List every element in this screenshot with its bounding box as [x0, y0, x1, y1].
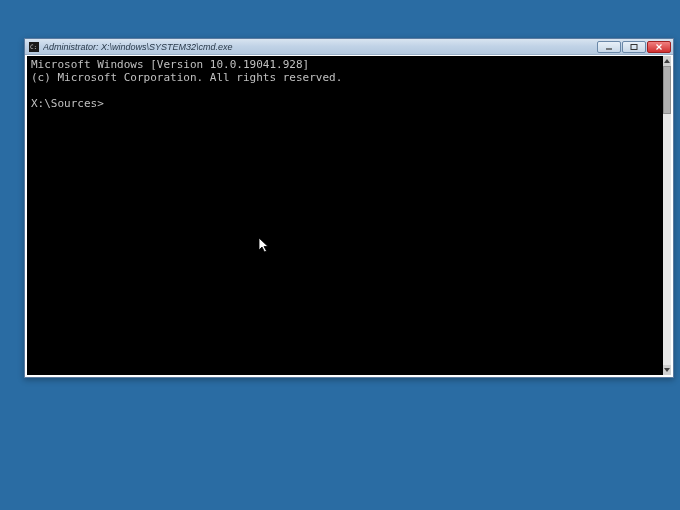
cmd-icon: C:	[29, 42, 39, 52]
window-controls	[597, 41, 671, 53]
scroll-up-arrow[interactable]	[663, 56, 671, 66]
svg-rect-3	[631, 44, 637, 49]
minimize-button[interactable]	[597, 41, 621, 53]
svg-marker-6	[664, 59, 670, 63]
svg-marker-7	[664, 368, 670, 372]
vertical-scrollbar[interactable]	[663, 56, 671, 375]
close-button[interactable]	[647, 41, 671, 53]
titlebar[interactable]: C: Administrator: X:\windows\SYSTEM32\cm…	[25, 39, 673, 55]
maximize-button[interactable]	[622, 41, 646, 53]
console-line: (c) Microsoft Corporation. All rights re…	[31, 71, 659, 84]
console-line: Microsoft Windows [Version 10.0.19041.92…	[31, 58, 659, 71]
scroll-thumb[interactable]	[663, 66, 671, 114]
window-title: Administrator: X:\windows\SYSTEM32\cmd.e…	[43, 42, 597, 52]
scroll-down-arrow[interactable]	[663, 365, 671, 375]
svg-text:C:: C:	[30, 43, 37, 50]
cmd-window: C: Administrator: X:\windows\SYSTEM32\cm…	[24, 38, 674, 378]
console-output[interactable]: Microsoft Windows [Version 10.0.19041.92…	[27, 56, 663, 375]
prompt: X:\Sources>	[31, 97, 659, 110]
